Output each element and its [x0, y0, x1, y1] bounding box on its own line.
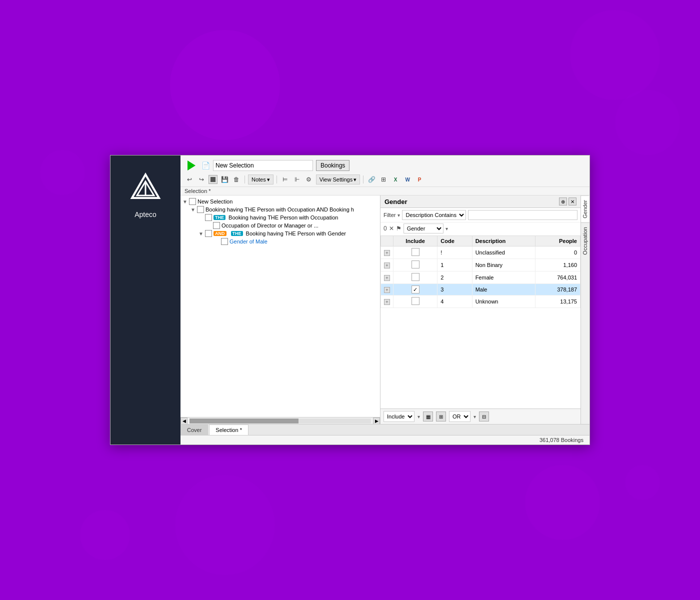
grid-icon[interactable]: ⊞: [436, 412, 446, 422]
scroll-left-arrow[interactable]: ◀: [180, 418, 188, 424]
pin-button[interactable]: ⊕: [559, 198, 567, 206]
code-cell-2: 2: [438, 272, 472, 284]
selection-name-input[interactable]: [213, 160, 313, 171]
expand-cell-0[interactable]: +: [381, 246, 394, 259]
variable-select[interactable]: Gender: [404, 224, 444, 234]
close-button[interactable]: ✕: [568, 198, 576, 206]
expand-btn-1[interactable]: +: [384, 262, 390, 268]
code-cell-3: 3: [438, 284, 472, 296]
and-badge: AND: [214, 231, 226, 236]
tree-item-gender-male[interactable]: Gender of Male: [182, 238, 378, 246]
filter-dropdown-arrow: ▾: [398, 212, 400, 218]
desc-cell-1: Non Binary: [472, 259, 535, 272]
expand-cell-3[interactable]: +: [381, 284, 394, 296]
th-people: People: [535, 236, 580, 246]
filter-flag-icon[interactable]: ⚑: [396, 225, 402, 232]
table-row: + 4 Unknown 13,175: [381, 296, 580, 308]
table-icon[interactable]: ⊞: [378, 174, 388, 184]
body-area: ▼ New Selection ▼ Booking having THE Per…: [180, 196, 590, 424]
tree-item-new-selection[interactable]: ▼ New Selection: [182, 198, 378, 206]
vtab-occupation[interactable]: Occupation: [581, 222, 590, 259]
tree-label-booking-the: Booking having THE Person with Occupatio…: [227, 214, 338, 220]
expand-cell-1[interactable]: +: [381, 259, 394, 272]
th-code: Code: [438, 236, 472, 246]
tree-box-3: [205, 214, 212, 221]
settings-icon[interactable]: ⚙: [304, 174, 314, 184]
include-select[interactable]: Include: [384, 411, 414, 422]
tree-item-booking-occupation-and[interactable]: ▼ Booking having THE Person with Occupat…: [182, 206, 378, 214]
play-button[interactable]: [184, 158, 198, 172]
include-select-arrow: ▾: [418, 414, 420, 420]
undo-button[interactable]: ↩: [184, 174, 194, 184]
gender-data-table: Include Code Description People +: [380, 236, 580, 308]
save-button[interactable]: 💾: [220, 174, 230, 184]
toolbar-row2: ↩ ↪ 💾 🗑 Notes ▾ ⊨ ⊩: [184, 174, 586, 184]
checkbox-3-checked[interactable]: ✓: [412, 286, 420, 294]
people-cell-2: 764,031: [535, 272, 580, 284]
code-cell-0: !: [438, 246, 472, 259]
th-description: Description: [472, 236, 535, 246]
sidebar: Apteco: [110, 156, 180, 444]
scroll-right-arrow[interactable]: ▶: [373, 418, 380, 424]
expand-btn-2[interactable]: +: [384, 275, 390, 281]
indent-button[interactable]: ⊨: [280, 174, 290, 184]
tree-content: ▼ New Selection ▼ Booking having THE Per…: [180, 196, 380, 417]
bar-chart-icon[interactable]: ▦: [423, 412, 433, 422]
tree-box-4: [213, 222, 220, 229]
tree-item-booking-the-occupation[interactable]: THE Booking having THE Person with Occup…: [182, 214, 378, 222]
tree-label-gender-male: Gender of Male: [230, 238, 268, 244]
filter-apply-icon[interactable]: ✕: [389, 225, 394, 232]
expand-btn-0[interactable]: +: [384, 250, 390, 256]
logic-or-select[interactable]: OR: [449, 411, 470, 422]
th-include: Include: [394, 236, 438, 246]
outdent-button[interactable]: ⊩: [292, 174, 302, 184]
include-cell-4[interactable]: [394, 296, 438, 308]
tree-box-6: [221, 238, 228, 245]
people-cell-0: 0: [535, 246, 580, 259]
tree-item-occupation-director[interactable]: Occupation of Director or Manager or ...: [182, 222, 378, 230]
checkbox-2[interactable]: [412, 273, 420, 281]
include-cell-2[interactable]: [394, 272, 438, 284]
checkbox-1[interactable]: [412, 260, 420, 268]
table-row: + 1 Non Binary 1,160: [381, 259, 580, 272]
word-icon[interactable]: W: [402, 174, 412, 184]
tab-cover[interactable]: Cover: [180, 424, 208, 435]
expand-btn-4[interactable]: +: [384, 299, 390, 305]
tree-box-2: [197, 206, 204, 213]
excel-icon[interactable]: X: [390, 174, 400, 184]
tab-selection[interactable]: Selection *: [209, 424, 248, 435]
table-row: + 2 Female 764,031: [381, 272, 580, 284]
checkbox-4[interactable]: [412, 297, 420, 305]
filter-row-2: 0 ✕ ⚑ Gender ▾: [380, 222, 580, 236]
include-cell-1[interactable]: [394, 259, 438, 272]
reset-filter-icon[interactable]: 0: [384, 225, 387, 232]
filter-type-select[interactable]: Description Contains: [402, 210, 466, 220]
apteco-logo: [128, 170, 163, 206]
expand-cell-2[interactable]: +: [381, 272, 394, 284]
include-cell-3[interactable]: ✓: [394, 284, 438, 296]
tree-arrow-2: ▼: [190, 207, 196, 212]
expand-cell-4[interactable]: +: [381, 296, 394, 308]
scrollbar-track[interactable]: [190, 418, 371, 424]
link-bottom-icon[interactable]: ⊟: [479, 412, 489, 422]
filter-input[interactable]: [468, 210, 578, 220]
redo-button[interactable]: ↪: [196, 174, 206, 184]
bookings-button[interactable]: Bookings: [316, 160, 350, 171]
ppt-icon[interactable]: P: [414, 174, 424, 184]
notes-button[interactable]: Notes ▾: [248, 174, 274, 184]
view-settings-button[interactable]: View Settings ▾: [316, 174, 360, 184]
link-icon[interactable]: 🔗: [366, 174, 376, 184]
tree-item-booking-gender[interactable]: ▼ AND THE Booking having THE Person with…: [182, 230, 378, 238]
tree-scrollbar[interactable]: ◀ ▶: [180, 417, 380, 424]
include-cell-0[interactable]: [394, 246, 438, 259]
tree-label-booking-occupation-and: Booking having THE Person with Occupatio…: [206, 206, 354, 212]
code-cell-4: 4: [438, 296, 472, 308]
stop-button[interactable]: [208, 175, 218, 184]
gender-header: Gender ⊕ ✕: [380, 196, 580, 208]
view-settings-arrow: ▾: [354, 176, 356, 183]
checkbox-0[interactable]: [412, 248, 420, 256]
vtab-gender[interactable]: Gender: [581, 196, 590, 222]
delete-button[interactable]: 🗑: [232, 174, 242, 184]
notes-label: Notes: [252, 176, 266, 182]
expand-btn-3[interactable]: +: [384, 287, 390, 293]
